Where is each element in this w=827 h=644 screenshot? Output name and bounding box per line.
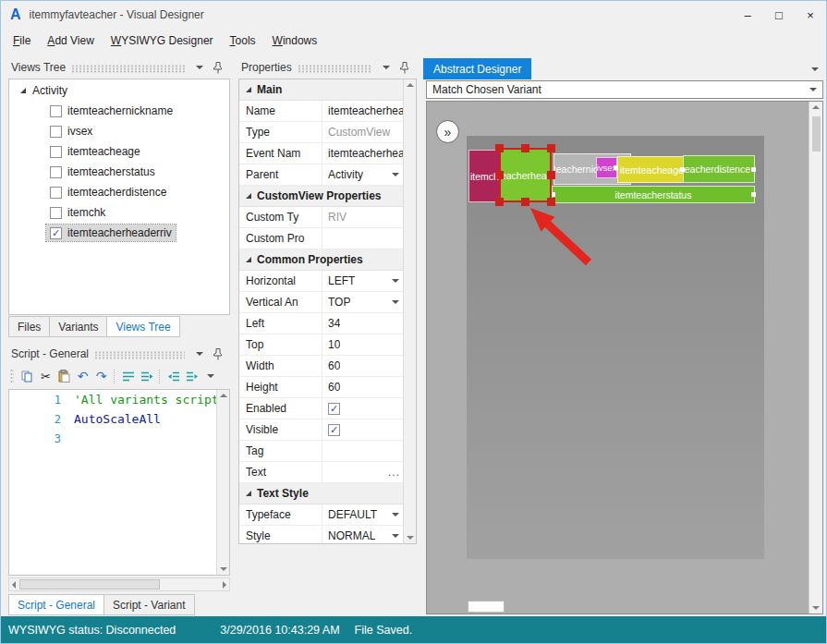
section-customview-properties[interactable]: CustomView Properties — [239, 186, 416, 207]
menu-windows[interactable]: Windows — [264, 31, 326, 50]
section-expand-icon[interactable] — [246, 257, 251, 262]
property-value[interactable]: Activity — [322, 164, 403, 185]
property-value[interactable] — [322, 441, 403, 461]
views-tree-header[interactable]: Views Tree — [8, 58, 230, 77]
script-panel-header[interactable]: Script - General — [8, 345, 230, 363]
tab-abstract-designer[interactable]: Abstract Designer — [423, 58, 531, 79]
tree-item-itemteacheage[interactable]: itemteacheage — [9, 141, 229, 162]
tab-list-caret-icon[interactable] — [811, 67, 819, 71]
panel-menu-caret-icon[interactable] — [196, 352, 203, 356]
chevron-down-icon[interactable] — [392, 534, 399, 538]
property-value[interactable]: itemteacherhea — [322, 143, 403, 164]
menu-add-view[interactable]: Add View — [39, 31, 103, 50]
code-line[interactable]: 3 — [9, 429, 229, 448]
resize-handle[interactable] — [495, 144, 504, 152]
outdent-icon[interactable] — [164, 368, 182, 385]
vertical-scrollbar[interactable] — [403, 79, 416, 543]
property-row-visible[interactable]: Visible✓ — [239, 419, 416, 441]
chevron-down-icon[interactable] — [392, 173, 399, 176]
property-row-name[interactable]: Nameitemteacherhea — [239, 101, 416, 122]
section-expand-icon[interactable] — [246, 193, 251, 199]
code-line[interactable]: 2 AutoScaleAll — [9, 409, 229, 429]
horizontal-scrollbar[interactable] — [8, 577, 230, 591]
tab-script-general[interactable]: Script - General — [8, 594, 104, 615]
script-editor[interactable]: 1 'All variants script 2 AutoScaleAll 3 — [8, 389, 230, 576]
pin-icon[interactable] — [213, 348, 223, 360]
checkbox-icon[interactable] — [50, 187, 62, 199]
property-value[interactable]: TOP — [322, 292, 403, 312]
menu-file[interactable]: File — [5, 31, 39, 50]
resize-handle[interactable] — [547, 144, 555, 152]
tab-variants[interactable]: Variants — [49, 316, 107, 337]
copy-icon[interactable] — [18, 368, 36, 385]
properties-header[interactable]: Properties — [238, 58, 417, 77]
toolbar-overflow-caret-icon[interactable] — [201, 368, 219, 385]
property-row-text[interactable]: Text... — [239, 462, 416, 483]
property-value[interactable]: 34 — [322, 313, 403, 334]
tree-item-itemteacherdistence[interactable]: itemteacherdistence — [9, 182, 229, 202]
tab-script-variant[interactable]: Script - Variant — [103, 594, 194, 615]
maximize-button[interactable]: □ — [763, 1, 795, 29]
property-value[interactable]: LEFT — [322, 271, 403, 291]
checkbox-checked-icon[interactable]: ✓ — [50, 227, 62, 239]
section-common-properties[interactable]: Common Properties — [239, 249, 416, 271]
property-row-height[interactable]: Height60 — [239, 377, 416, 398]
property-row-event-name[interactable]: Event Namitemteacherhea — [239, 143, 416, 164]
scrollbar-thumb[interactable] — [19, 579, 160, 589]
property-value[interactable]: itemteacherhea — [322, 101, 403, 121]
property-value[interactable]: ✓ — [322, 419, 403, 440]
property-grid[interactable]: Main Nameitemteacherhea TypeCustomView E… — [238, 79, 417, 544]
scroll-up-icon[interactable] — [220, 394, 227, 397]
checkbox-icon[interactable] — [50, 166, 62, 178]
property-row-width[interactable]: Width60 — [239, 356, 416, 377]
tree-item-itemteacherstatus[interactable]: itemteacherstatus — [9, 162, 229, 182]
property-row-typeface[interactable]: TypefaceDEFAULT — [239, 504, 416, 526]
chevron-down-icon[interactable] — [392, 513, 399, 516]
property-row-type[interactable]: TypeCustomView — [239, 122, 416, 143]
ellipsis-button[interactable]: ... — [388, 466, 400, 479]
property-value[interactable]: DEFAULT — [322, 504, 403, 525]
cut-icon[interactable]: ✂ — [37, 368, 55, 385]
expanded-triangle-icon[interactable] — [20, 88, 26, 93]
property-value[interactable]: 10 — [322, 334, 403, 355]
tab-views-tree[interactable]: Views Tree — [106, 316, 179, 337]
expander-button[interactable]: » — [436, 120, 459, 143]
panel-menu-caret-icon[interactable] — [196, 66, 203, 69]
property-value[interactable]: ... — [322, 462, 403, 482]
property-row-style[interactable]: StyleNORMAL — [239, 526, 416, 544]
view-itemteacherdistence[interactable]: itemteacherdistence — [683, 155, 755, 183]
scroll-left-icon[interactable] — [12, 581, 16, 589]
redo-icon[interactable]: ↷ — [92, 368, 110, 385]
panel-menu-caret-icon[interactable] — [383, 66, 390, 69]
scroll-up-icon[interactable] — [407, 83, 414, 87]
pin-icon[interactable] — [400, 62, 409, 74]
tab-files[interactable]: Files — [8, 316, 50, 337]
section-main[interactable]: Main — [239, 79, 416, 101]
close-button[interactable]: × — [795, 1, 826, 29]
resize-handle[interactable] — [521, 144, 529, 152]
property-row-horizontal-anchor[interactable]: HorizontalLEFT — [239, 271, 416, 292]
property-row-custom-properties[interactable]: Custom Pro — [239, 228, 416, 249]
section-expand-icon[interactable] — [246, 87, 251, 92]
property-row-parent[interactable]: ParentActivity — [239, 164, 416, 186]
minimize-button[interactable]: – — [732, 1, 763, 29]
vertical-scrollbar[interactable] — [809, 102, 822, 614]
property-value[interactable] — [322, 228, 403, 249]
property-row-vertical-anchor[interactable]: Vertical AnTOP — [239, 292, 416, 313]
scroll-down-icon[interactable] — [407, 536, 414, 540]
views-tree[interactable]: Activity itemteachernickname ivsex itemt… — [8, 79, 230, 315]
property-value[interactable]: NORMAL — [322, 526, 403, 544]
resize-handle[interactable] — [495, 198, 504, 206]
scrollbar-thumb[interactable] — [812, 116, 821, 152]
pin-icon[interactable] — [213, 62, 223, 74]
checkbox-checked-icon[interactable]: ✓ — [328, 424, 340, 436]
section-expand-icon[interactable] — [246, 491, 251, 496]
tree-item-itemteacherheaderriv[interactable]: ✓itemteacherheaderriv — [9, 223, 229, 243]
checkbox-checked-icon[interactable]: ✓ — [328, 403, 340, 415]
scroll-down-icon[interactable] — [220, 567, 227, 571]
section-text-style[interactable]: Text Style — [239, 483, 416, 504]
menu-wysiwyg-designer[interactable]: WYSIWYG Designer — [103, 31, 222, 50]
paste-icon[interactable] — [55, 368, 73, 385]
checkbox-icon[interactable] — [50, 105, 62, 117]
designer-canvas[interactable]: » itemteachernickname itemteacherstatus … — [426, 101, 823, 614]
